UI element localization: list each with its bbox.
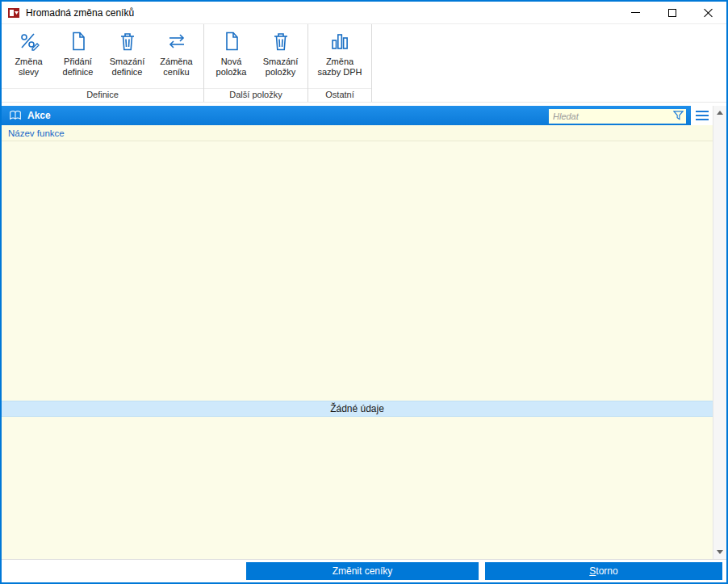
- cancel-button[interactable]: Storno: [485, 562, 722, 580]
- document-icon: [220, 30, 243, 53]
- column-header-label: Název funkce: [8, 128, 65, 138]
- search-input[interactable]: [549, 109, 686, 124]
- empty-state-band: Žádné údaje: [2, 401, 713, 417]
- toolbar: Změna slevy Přidání definice: [2, 24, 726, 103]
- empty-state-text: Žádné údaje: [330, 403, 384, 414]
- scroll-up-button[interactable]: [713, 106, 726, 120]
- add-definition-button[interactable]: Přidání definice: [53, 27, 103, 79]
- toolbar-group-caption: Definice: [2, 88, 203, 102]
- maximize-button[interactable]: [654, 2, 690, 24]
- cancel-button-label: torno: [596, 565, 617, 577]
- toolbar-group-definice: Změna slevy Přidání definice: [2, 24, 204, 102]
- footer-bar: Změnit ceníky Storno: [2, 559, 726, 582]
- hamburger-icon: [696, 115, 709, 116]
- arrow-down-icon: [717, 550, 723, 554]
- trash-icon: [270, 30, 292, 53]
- toolbar-group-ostatni: Změna sazby DPH Ostatní: [308, 24, 372, 102]
- menu-button[interactable]: [691, 106, 713, 125]
- trash-icon: [116, 30, 139, 53]
- search-box: [549, 108, 686, 124]
- close-icon: [704, 8, 713, 17]
- toolbar-button-label: Záměna ceníku: [160, 57, 192, 78]
- minimize-icon: [631, 12, 640, 13]
- delete-definition-button[interactable]: Smazání definice: [103, 27, 152, 79]
- panel-header: Akce: [2, 106, 713, 125]
- toolbar-button-label: Smazání položky: [263, 57, 298, 78]
- new-item-button[interactable]: Nová položka: [207, 27, 256, 79]
- scrollbar-track[interactable]: [713, 120, 726, 545]
- window-title: Hromadná změna ceníků: [26, 7, 134, 19]
- dialog-window: Hromadná změna ceníků Změna slevy: [0, 0, 728, 584]
- toolbar-group-dalsi-polozky: Nová položka Smazání položky Další polož…: [204, 24, 308, 102]
- arrow-up-icon: [717, 111, 723, 115]
- toolbar-button-label: Změna sazby DPH: [317, 57, 362, 78]
- scroll-down-button[interactable]: [713, 545, 726, 559]
- function-list[interactable]: Žádné údaje: [2, 141, 713, 559]
- swap-arrows-icon: [165, 30, 188, 53]
- toolbar-button-label: Změna slevy: [15, 57, 42, 78]
- discount-edit-icon: [18, 30, 40, 53]
- bar-chart-icon: [328, 30, 351, 53]
- column-header-nazev-funkce[interactable]: Název funkce: [2, 125, 713, 141]
- maximize-icon: [668, 9, 676, 17]
- swap-pricelist-button[interactable]: Záměna ceníku: [152, 27, 201, 79]
- hamburger-icon: [696, 111, 709, 112]
- minimize-button[interactable]: [617, 2, 654, 24]
- toolbar-button-label: Nová položka: [216, 57, 247, 78]
- change-discount-button[interactable]: Změna slevy: [4, 27, 53, 79]
- apply-button[interactable]: Změnit ceníky: [246, 562, 479, 580]
- panel-title: Akce: [27, 110, 51, 121]
- toolbar-button-label: Smazání definice: [110, 57, 144, 78]
- vertical-scrollbar[interactable]: [713, 106, 726, 559]
- close-button[interactable]: [690, 2, 726, 24]
- change-vat-rate-button[interactable]: Změna sazby DPH: [311, 27, 369, 79]
- toolbar-group-caption: Další položky: [204, 88, 308, 102]
- toolbar-button-label: Přidání definice: [63, 57, 94, 78]
- apply-button-label: Změnit ceníky: [333, 565, 393, 577]
- filter-icon[interactable]: [673, 111, 684, 120]
- hamburger-icon: [696, 119, 709, 120]
- title-bar: Hromadná změna ceníků: [2, 2, 726, 24]
- book-icon: [8, 110, 23, 121]
- document-icon: [67, 30, 90, 53]
- delete-item-button[interactable]: Smazání položky: [256, 27, 305, 79]
- app-icon: [7, 6, 20, 19]
- cancel-button-accelerator: S: [589, 565, 596, 577]
- toolbar-group-caption: Ostatní: [308, 88, 371, 102]
